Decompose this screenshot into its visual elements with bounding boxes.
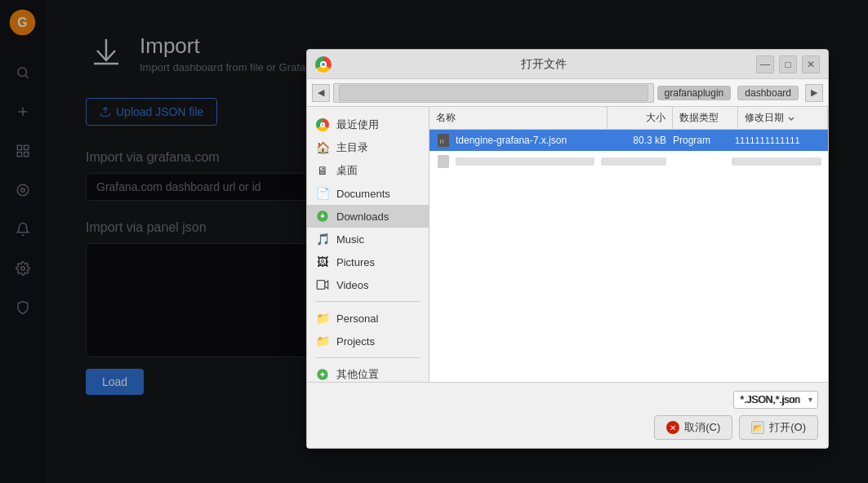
dialog-title-text: 打开文件 — [332, 57, 756, 72]
json-file-icon: {} — [436, 133, 451, 148]
path-bar: ◀ grafanaplugin dashboard ▶ — [307, 79, 828, 107]
file-date-0: 1111111111111 — [732, 135, 821, 145]
music-icon: 🎵 — [315, 232, 330, 246]
file-size-0: 80.3 kB — [601, 135, 666, 146]
path-forward-button[interactable]: ▶ — [805, 84, 823, 102]
svg-text:{}: {} — [439, 139, 444, 144]
file-row-0[interactable]: {} tdengine-grafana-7.x.json 80.3 kB Pro… — [430, 130, 828, 151]
locations-panel: 最近使用 🏠 主目录 🖥 桌面 📄 Documents — [307, 107, 430, 382]
window-controls: — □ ✕ — [756, 55, 820, 73]
loc-projects-label: Projects — [336, 335, 375, 348]
loc-documents[interactable]: 📄 Documents — [307, 182, 429, 205]
close-button[interactable]: ✕ — [802, 55, 820, 73]
file-filter-select[interactable]: *.JSON,*.json — [733, 391, 818, 409]
path-breadcrumb — [333, 83, 654, 103]
loc-music-label: Music — [336, 233, 364, 246]
loc-music[interactable]: 🎵 Music — [307, 228, 429, 250]
loc-videos-label: Videos — [336, 279, 369, 291]
personal-folder-icon: 📁 — [315, 311, 330, 326]
file-name-0: tdengine-grafana-7.x.json — [456, 135, 601, 146]
file-dialog: 打开文件 — □ ✕ ◀ grafanaplugin dashboard ▶ — [306, 49, 829, 449]
file-row-1[interactable] — [430, 151, 828, 172]
cancel-button[interactable]: ✕ 取消(C) — [654, 415, 732, 440]
dialog-titlebar: 打开文件 — □ ✕ — [307, 50, 828, 79]
dialog-overlay: 打开文件 — □ ✕ ◀ grafanaplugin dashboard ▶ — [0, 0, 868, 483]
loc-personal[interactable]: 📁 Personal — [307, 307, 429, 330]
col-size[interactable]: 大小 — [608, 107, 673, 129]
loc-home[interactable]: 🏠 主目录 — [307, 136, 429, 159]
filter-wrapper: *.JSON,*.json *.JSON,*.json — [733, 391, 818, 409]
loc-desktop[interactable]: 🖥 桌面 — [307, 159, 429, 182]
open-label: 打开(O) — [769, 420, 806, 435]
loc-documents-label: Documents — [336, 188, 390, 200]
loc-videos[interactable]: Videos — [307, 273, 429, 296]
loc-recent[interactable]: 最近使用 — [307, 113, 429, 136]
loc-recent-label: 最近使用 — [336, 117, 379, 132]
loc-desktop-label: 桌面 — [336, 163, 358, 178]
loc-pictures-label: Pictures — [336, 256, 375, 268]
dialog-body: 最近使用 🏠 主目录 🖥 桌面 📄 Documents — [307, 107, 828, 382]
file-icon-1 — [436, 154, 451, 169]
minimize-button[interactable]: — — [756, 55, 774, 73]
projects-folder-icon: 📁 — [315, 334, 330, 348]
open-folder-icon: 📂 — [751, 421, 764, 434]
maximize-button[interactable]: □ — [779, 55, 797, 73]
chrome-icon — [315, 117, 330, 132]
path-back-button[interactable]: ◀ — [312, 84, 330, 102]
other-icon — [315, 367, 330, 382]
col-date[interactable]: 修改日期 — [738, 107, 828, 129]
loc-downloads-label: Downloads — [336, 210, 389, 223]
open-button[interactable]: 📂 打开(O) — [739, 415, 818, 440]
pictures-icon: 🖼 — [315, 255, 330, 269]
dialog-footer: *.JSON,*.json *.JSON,*.json ✕ 取消(C) 📂 打开… — [307, 382, 828, 448]
col-type[interactable]: 数据类型 — [673, 107, 738, 129]
files-header: 名称 大小 数据类型 修改日期 — [430, 107, 828, 130]
desktop-icon: 🖥 — [315, 163, 330, 178]
path-segment-grafanaplugin[interactable]: grafanaplugin — [657, 86, 732, 100]
path-segment-dashboard[interactable]: dashboard — [737, 86, 799, 100]
col-name[interactable]: 名称 — [430, 107, 608, 129]
loc-home-label: 主目录 — [336, 140, 368, 155]
file-type-0: Program — [666, 135, 732, 146]
loc-projects[interactable]: 📁 Projects — [307, 330, 429, 352]
filter-row: *.JSON,*.json *.JSON,*.json — [317, 391, 818, 409]
loc-pictures[interactable]: 🖼 Pictures — [307, 250, 429, 273]
loc-downloads[interactable]: Downloads — [307, 205, 429, 228]
loc-other-label: 其他位置 — [336, 367, 379, 382]
action-row: ✕ 取消(C) 📂 打开(O) — [317, 415, 818, 440]
documents-icon: 📄 — [315, 186, 330, 201]
files-panel: 名称 大小 数据类型 修改日期 {} — [430, 107, 828, 382]
loc-personal-label: Personal — [336, 312, 378, 325]
downloads-icon — [315, 209, 330, 224]
loc-other[interactable]: 其他位置 — [307, 363, 429, 382]
cancel-icon: ✕ — [666, 421, 679, 434]
videos-icon — [315, 277, 330, 292]
svg-rect-20 — [438, 155, 449, 168]
svg-rect-15 — [317, 281, 324, 290]
home-icon: 🏠 — [315, 140, 330, 155]
cancel-label: 取消(C) — [684, 420, 720, 435]
